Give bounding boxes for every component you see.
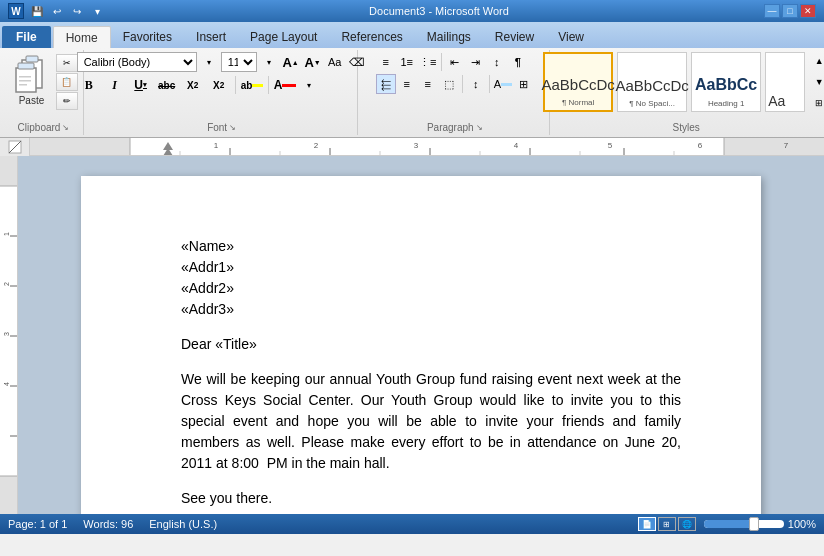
redo-btn[interactable]: ↪	[68, 2, 86, 20]
web-layout-btn[interactable]: 🌐	[678, 517, 696, 531]
decrease-indent-btn[interactable]: ⇤	[445, 52, 465, 72]
copy-button[interactable]: 📋	[56, 73, 78, 91]
print-layout-btn[interactable]: 📄	[638, 517, 656, 531]
style-heading1[interactable]: AaBbCc Heading 1	[691, 52, 761, 112]
svg-rect-6	[19, 84, 27, 86]
styles-more[interactable]: ⊞	[809, 93, 824, 112]
decrease-font-btn[interactable]: A▼	[303, 52, 323, 72]
font-color-expand[interactable]: ▾	[299, 75, 319, 95]
word-count: Words: 96	[83, 518, 133, 530]
style-partial[interactable]: Aa	[765, 52, 805, 112]
svg-rect-35	[0, 156, 18, 186]
shading-btn[interactable]: A	[493, 74, 513, 94]
styles-scroll-up[interactable]: ▲	[809, 52, 824, 71]
tab-references[interactable]: References	[329, 26, 414, 48]
font-row-2: B I U▾ abc X2 X2 ab A ▾	[77, 74, 319, 96]
svg-rect-1	[26, 56, 38, 62]
clipboard-expand[interactable]: ↘	[62, 123, 69, 132]
divider3	[441, 53, 442, 71]
window-controls: — □ ✕	[764, 4, 816, 18]
para-row-2: ⬱ ≡ ≡ ⬚ ↕ A ⊞	[376, 74, 534, 94]
underline-button[interactable]: U▾	[129, 74, 153, 96]
zoom-control: 100%	[704, 518, 816, 530]
svg-text:4: 4	[3, 382, 10, 386]
vertical-ruler: 1 2 3 4	[0, 156, 18, 514]
bold-button[interactable]: B	[77, 74, 101, 96]
numbering-btn[interactable]: 1≡	[397, 52, 417, 72]
svg-text:5: 5	[608, 141, 613, 150]
show-hide-btn[interactable]: ¶	[508, 52, 528, 72]
tab-review[interactable]: Review	[483, 26, 546, 48]
save-btn[interactable]: 💾	[28, 2, 46, 20]
paragraph-expand[interactable]: ↘	[476, 123, 483, 132]
strikethrough-button[interactable]: abc	[155, 74, 179, 96]
line-spacing-btn[interactable]: ↕	[466, 74, 486, 94]
format-painter-button[interactable]: ✏	[56, 92, 78, 110]
tab-favorites[interactable]: Favorites	[111, 26, 184, 48]
multilevel-list-btn[interactable]: ⋮≡	[418, 52, 438, 72]
font-expand[interactable]: ↘	[229, 123, 236, 132]
increase-indent-btn[interactable]: ⇥	[466, 52, 486, 72]
blank-4	[181, 509, 681, 514]
style-no-spacing[interactable]: AaBbCcDc ¶ No Spaci...	[617, 52, 687, 112]
ribbon: Paste ✂ 📋 ✏ Clipboard ↘ Calibri (Body) ▾…	[0, 48, 824, 138]
font-size-select[interactable]: 11	[221, 52, 257, 72]
paragraph-content: ≡ 1≡ ⋮≡ ⇤ ⇥ ↕ ¶ ⬱ ≡ ≡ ⬚ ↕ A ⊞	[376, 52, 534, 120]
sort-btn[interactable]: ↕	[487, 52, 507, 72]
italic-button[interactable]: I	[103, 74, 127, 96]
document-page[interactable]: «Name» «Addr1» «Addr2» «Addr3» Dear «Tit…	[81, 176, 761, 514]
subscript-button[interactable]: X2	[181, 74, 205, 96]
language: English (U.S.)	[149, 518, 217, 530]
align-right-btn[interactable]: ≡	[418, 74, 438, 94]
divider	[235, 76, 236, 94]
font-color-btn[interactable]: A	[273, 74, 297, 96]
clipboard-small-buttons: ✂ 📋 ✏	[56, 54, 78, 110]
divider2	[268, 76, 269, 94]
zoom-slider[interactable]	[704, 520, 784, 528]
ruler-corner[interactable]	[0, 138, 30, 156]
tab-mailings[interactable]: Mailings	[415, 26, 483, 48]
svg-rect-4	[19, 76, 31, 78]
full-screen-btn[interactable]: ⊞	[658, 517, 676, 531]
font-size-expand[interactable]: ▾	[259, 52, 279, 72]
zoom-fill	[704, 520, 752, 528]
style-heading1-label: Heading 1	[707, 98, 745, 109]
tab-file[interactable]: File	[2, 26, 51, 48]
styles-content: AaBbCcDc ¶ Normal AaBbCcDc ¶ No Spaci...…	[543, 52, 824, 120]
svg-text:2: 2	[314, 141, 319, 150]
styles-scroll-down[interactable]: ▼	[809, 73, 824, 92]
align-center-btn[interactable]: ≡	[397, 74, 417, 94]
svg-rect-36	[0, 476, 18, 514]
style-normal[interactable]: AaBbCcDc ¶ Normal	[543, 52, 613, 112]
minimize-btn[interactable]: —	[764, 4, 780, 18]
quick-access-toolbar: 💾 ↩ ↪ ▾	[28, 2, 106, 20]
bullets-btn[interactable]: ≡	[376, 52, 396, 72]
svg-rect-3	[18, 63, 34, 69]
text-highlight-btn[interactable]: ab	[240, 74, 264, 96]
tab-home[interactable]: Home	[53, 26, 111, 48]
maximize-btn[interactable]: □	[782, 4, 798, 18]
change-case-btn[interactable]: Aa	[325, 52, 345, 72]
customize-btn[interactable]: ▾	[88, 2, 106, 20]
borders-btn[interactable]: ⊞	[514, 74, 534, 94]
close-btn[interactable]: ✕	[800, 4, 816, 18]
page-count: Page: 1 of 1	[8, 518, 67, 530]
tab-view[interactable]: View	[546, 26, 596, 48]
merge-addr2: «Addr2»	[181, 278, 681, 299]
undo-btn[interactable]: ↩	[48, 2, 66, 20]
style-heading1-preview: AaBbCc	[693, 72, 759, 98]
cut-button[interactable]: ✂	[56, 54, 78, 72]
font-name-expand[interactable]: ▾	[199, 52, 219, 72]
increase-font-btn[interactable]: A▲	[281, 52, 301, 72]
document-body: «Name» «Addr1» «Addr2» «Addr3» Dear «Tit…	[181, 236, 681, 514]
tab-insert[interactable]: Insert	[184, 26, 238, 48]
svg-text:2: 2	[3, 282, 10, 286]
paste-button[interactable]: Paste	[10, 52, 54, 110]
font-name-select[interactable]: Calibri (Body)	[77, 52, 197, 72]
justify-btn[interactable]: ⬚	[439, 74, 459, 94]
align-left-btn[interactable]: ⬱	[376, 74, 396, 94]
superscript-button[interactable]: X2	[207, 74, 231, 96]
zoom-handle[interactable]	[749, 517, 759, 531]
tab-page-layout[interactable]: Page Layout	[238, 26, 329, 48]
svg-text:7: 7	[784, 141, 789, 150]
